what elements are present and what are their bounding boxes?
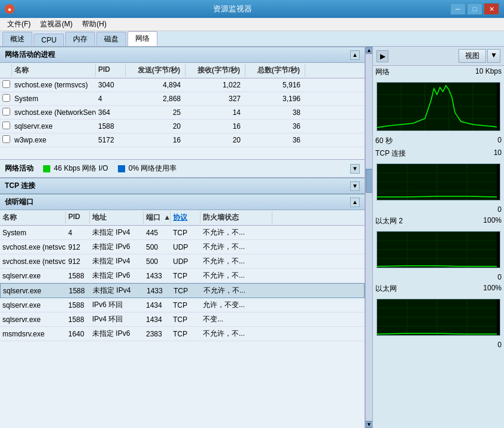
tcp-header[interactable]: TCP 连接 ▼	[0, 178, 365, 194]
th-total: 总数(字节/秒)	[245, 64, 305, 77]
maximize-button[interactable]: □	[467, 3, 482, 15]
table-row[interactable]: w3wp.exe 5172 16 20 36	[0, 133, 365, 147]
net-io-label: 46 Kbps 网络 I/O	[54, 163, 108, 174]
proc-checkbox[interactable]	[2, 108, 10, 116]
proc-checkbox[interactable]	[2, 80, 10, 88]
listen-addr: IPv6 环回	[90, 299, 144, 311]
listen-table-row[interactable]: svchost.exe (netsvcs) 912 未指定 IPv6 500 U…	[0, 240, 365, 254]
proc-checkbox[interactable]	[2, 135, 10, 143]
main-layout: 网络活动的进程 ▲ 名称 PID 发送(字节/秒) 接收(字节/秒) 总数(字节…	[0, 47, 504, 428]
tab-memory[interactable]: 内存	[65, 32, 95, 46]
lth-pid: PID	[66, 211, 90, 224]
tcp-chart	[377, 164, 497, 200]
table-row[interactable]: svchost.exe (NetworkService) 364 25 14 3…	[0, 106, 365, 120]
close-button[interactable]: ✕	[484, 3, 499, 15]
right-panel: ▶ 视图 ▼ 网络 10 Kbps	[372, 47, 504, 428]
eth-label: 以太网	[375, 284, 397, 294]
listen-name: sqlservr.exe	[0, 271, 66, 281]
eth-min: 0	[497, 341, 502, 349]
listen-port: 500	[144, 242, 171, 253]
net-io-indicator: 46 Kbps 网络 I/O	[43, 163, 108, 174]
net-activity-collapse[interactable]: ▼	[350, 164, 360, 174]
proc-name: svchost.exe (termsvcs)	[12, 80, 96, 90]
listen-fw: 不允许，不...	[201, 255, 272, 268]
network-graph-panel: 网络 10 Kbps	[373, 66, 504, 147]
eth2-max: 100%	[483, 216, 502, 226]
listen-addr: 未指定 IPv6	[90, 327, 144, 340]
eth2-graph-canvas	[377, 231, 500, 268]
eth-chart	[377, 299, 497, 335]
listen-addr: 未指定 IPv4	[90, 255, 144, 268]
tab-overview[interactable]: 概述	[2, 32, 32, 46]
listen-pid: 1588	[66, 300, 90, 311]
tab-network[interactable]: 网络	[127, 31, 157, 46]
listen-port: 1434	[144, 300, 171, 311]
listen-table-row[interactable]: msmdsrv.exe 1640 未指定 IPv6 2383 TCP 不允许，不…	[0, 327, 365, 341]
tcp-graph-panel: TCP 连接 10 0	[373, 147, 504, 215]
net-processes-table-header: 名称 PID 发送(字节/秒) 接收(字节/秒) 总数(字节/秒)	[0, 63, 365, 78]
proc-send: 20	[126, 121, 186, 132]
listen-table-header: 名称 PID 地址 端口 ▲ 协议 防火墙状态	[0, 210, 365, 226]
tcp-min-label: 0	[373, 204, 504, 215]
listen-title: 侦听端口	[5, 197, 34, 207]
listen-table-row[interactable]: sqlservr.exe 1588 IPv4 环回 1434 TCP 不变...	[0, 312, 365, 327]
proc-pid: 364	[96, 107, 126, 118]
listen-table-row[interactable]: sqlservr.exe 1588 未指定 IPv4 1433 TCP 不允许，…	[0, 283, 365, 298]
proc-recv: 327	[186, 93, 245, 104]
listen-table-row[interactable]: System 4 未指定 IPv4 445 TCP 不允许，不...	[0, 226, 365, 240]
listen-name: svchost.exe (netsvcs)	[0, 242, 66, 253]
net-processes-rows: svchost.exe (termsvcs) 3040 4,894 1,022 …	[0, 78, 365, 147]
left-scrollbar[interactable]: ▲ ▼	[365, 47, 372, 428]
listen-addr: 未指定 IPv6	[90, 241, 144, 253]
listen-name: System	[0, 227, 66, 238]
tab-disk[interactable]: 磁盘	[96, 32, 126, 46]
listen-header[interactable]: 侦听端口 ▲	[0, 194, 365, 210]
view-button[interactable]: 视图	[459, 49, 486, 63]
th-name: 名称	[12, 64, 96, 77]
eth-graph-label: 以太网 100%	[373, 283, 504, 295]
net-processes-collapse[interactable]: ▲	[350, 50, 360, 60]
minimize-button[interactable]: ─	[450, 3, 466, 15]
menu-help[interactable]: 帮助(H)	[77, 18, 111, 31]
listen-section: 侦听端口 ▲ 名称 PID 地址 端口 ▲ 协议 防火墙状态 System 4 …	[0, 194, 365, 428]
network-time-label: 60 秒 0	[373, 135, 504, 147]
menu-file[interactable]: 文件(F)	[2, 18, 35, 31]
nav-prev[interactable]: ▶	[377, 50, 388, 62]
proc-checkbox-cell	[0, 93, 12, 105]
listen-proto: TCP	[171, 271, 201, 281]
network-graph-label: 网络 10 Kbps	[373, 66, 504, 78]
listen-collapse[interactable]: ▲	[350, 198, 360, 207]
table-row[interactable]: svchost.exe (termsvcs) 3040 4,894 1,022 …	[0, 78, 365, 92]
network-time: 60 秒	[375, 136, 393, 146]
proc-total: 36	[245, 121, 305, 132]
listen-port: 500	[144, 256, 171, 267]
proc-checkbox[interactable]	[2, 94, 10, 102]
th-send: 发送(字节/秒)	[126, 64, 186, 77]
network-min: 0	[497, 136, 502, 146]
proc-checkbox[interactable]	[2, 122, 10, 129]
listen-port: 1433	[144, 271, 171, 281]
table-row[interactable]: sqlservr.exe 1588 20 16 36	[0, 120, 365, 133]
view-dropdown[interactable]: ▼	[487, 49, 500, 63]
proc-name: sqlservr.exe	[12, 121, 96, 132]
listen-table-row[interactable]: sqlservr.exe 1588 未指定 IPv6 1433 TCP 不允许，…	[0, 269, 365, 283]
table-row[interactable]: System 4 2,868 327 3,196	[0, 92, 365, 106]
listen-table-row[interactable]: svchost.exe (netsvcs) 912 未指定 IPv4 500 U…	[0, 254, 365, 269]
proc-recv: 20	[186, 135, 245, 145]
eth-svg	[377, 299, 497, 335]
network-max: 10 Kbps	[475, 67, 502, 77]
proto-link[interactable]: 协议	[173, 213, 187, 221]
window-controls: ─ □ ✕	[450, 3, 499, 15]
tcp-graph-max: 10	[494, 148, 502, 159]
tab-cpu[interactable]: CPU	[34, 34, 64, 46]
menu-monitor[interactable]: 监视器(M)	[35, 18, 77, 31]
tcp-section: TCP 连接 ▼	[0, 178, 365, 194]
right-header: ▶ 视图 ▼	[373, 47, 504, 66]
eth2-graph-label: 以太网 2 100%	[373, 215, 504, 227]
listen-port: 445	[144, 227, 171, 238]
net-processes-header[interactable]: 网络活动的进程 ▲	[0, 47, 365, 63]
listen-table-row[interactable]: sqlservr.exe 1588 IPv6 环回 1434 TCP 允许，不变…	[0, 298, 365, 312]
blue-dot	[118, 165, 125, 172]
net-activity-title: 网络活动	[5, 163, 34, 174]
tcp-collapse[interactable]: ▼	[350, 181, 360, 191]
